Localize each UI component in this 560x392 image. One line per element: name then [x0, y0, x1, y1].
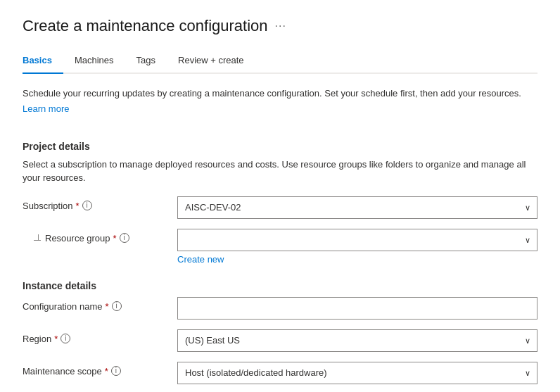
region-control: (US) East US ∨: [177, 329, 537, 352]
subscription-row: Subscription * i AISC-DEV-02 ∨: [23, 196, 537, 219]
resource-group-dropdown-wrapper: ∨: [177, 229, 537, 251]
tab-review-create[interactable]: Review + create: [167, 49, 255, 74]
tab-basics[interactable]: Basics: [23, 49, 63, 74]
ellipsis-menu-icon[interactable]: ···: [275, 20, 286, 32]
config-name-required: *: [105, 301, 108, 312]
maintenance-scope-select[interactable]: Host (isolated/dedicated hardware): [177, 362, 537, 384]
instance-details-header: Instance details: [23, 280, 537, 291]
project-details-desc: Select a subscription to manage deployed…: [23, 158, 537, 185]
learn-more-link[interactable]: Learn more: [23, 103, 69, 114]
page-title-row: Create a maintenance configuration ···: [23, 17, 537, 35]
project-details-header: Project details: [23, 141, 537, 152]
maintenance-scope-label-col: Maintenance scope * i: [23, 362, 177, 377]
config-name-label-col: Configuration name * i: [23, 297, 177, 312]
config-name-input[interactable]: [177, 297, 537, 320]
resource-group-control: ∨ Create new: [177, 229, 537, 265]
basics-description: Schedule your recurring updates by creat…: [23, 87, 537, 101]
config-name-control: [177, 297, 537, 320]
subscription-select[interactable]: AISC-DEV-02: [177, 196, 537, 219]
resource-group-info-icon[interactable]: i: [120, 233, 129, 243]
subscription-dropdown-wrapper: AISC-DEV-02 ∨: [177, 196, 537, 219]
region-dropdown-wrapper: (US) East US ∨: [177, 329, 537, 352]
config-name-info-icon[interactable]: i: [112, 301, 122, 311]
region-label: Region: [23, 334, 51, 344]
page-title: Create a maintenance configuration: [23, 17, 268, 35]
region-info-icon[interactable]: i: [61, 334, 70, 343]
maintenance-scope-required: *: [105, 366, 108, 377]
tab-tags[interactable]: Tags: [125, 49, 167, 74]
subscription-required: *: [76, 201, 79, 211]
create-new-link[interactable]: Create new: [177, 254, 537, 265]
subscription-control: AISC-DEV-02 ∨: [177, 196, 537, 219]
maintenance-scope-control: Host (isolated/dedicated hardware) ∨: [177, 362, 537, 384]
config-name-label: Configuration name: [23, 301, 102, 312]
subscription-info-icon[interactable]: i: [82, 201, 92, 210]
maintenance-scope-label: Maintenance scope: [23, 366, 102, 377]
region-label-col: Region * i: [23, 329, 177, 344]
region-row: Region * i (US) East US ∨: [23, 329, 537, 352]
maintenance-scope-info-icon[interactable]: i: [111, 366, 121, 376]
resource-group-label: Resource group: [45, 233, 110, 244]
tab-machines[interactable]: Machines: [63, 49, 125, 74]
maintenance-scope-dropdown-wrapper: Host (isolated/dedicated hardware) ∨: [177, 362, 537, 384]
resource-group-required: *: [113, 233, 117, 244]
subscription-label: Subscription: [23, 201, 73, 211]
region-select[interactable]: (US) East US: [177, 329, 537, 352]
resource-group-row: Resource group * i ∨ Create new: [23, 229, 537, 265]
region-required: *: [54, 334, 58, 344]
maintenance-scope-row: Maintenance scope * i Host (isolated/ded…: [23, 362, 537, 384]
tabs-nav: Basics Machines Tags Review + create: [23, 49, 537, 74]
subscription-label-col: Subscription * i: [23, 196, 177, 211]
resource-group-select[interactable]: [177, 229, 537, 251]
config-name-row: Configuration name * i: [23, 297, 537, 320]
